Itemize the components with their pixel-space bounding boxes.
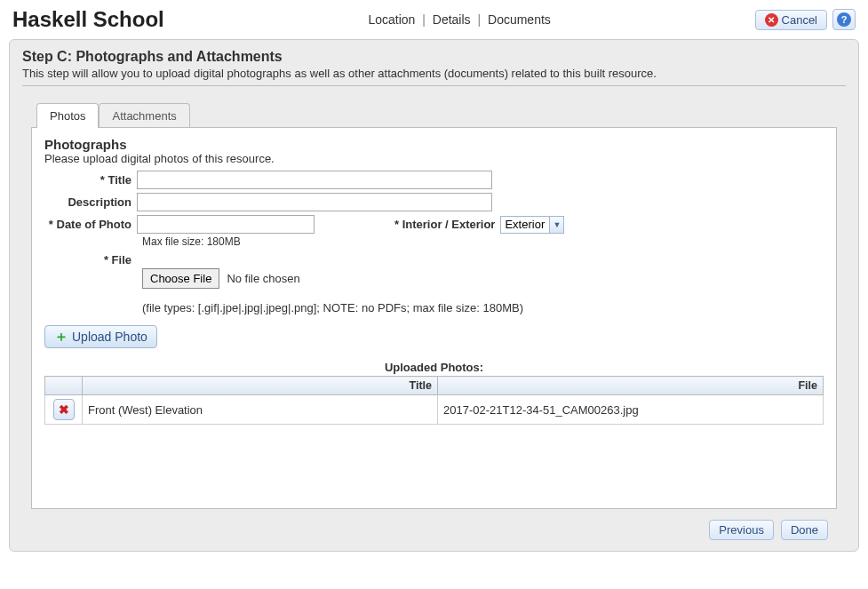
tab-body-photos: Photographs Please upload digital photos… <box>31 127 837 509</box>
date-input[interactable] <box>137 215 315 234</box>
label-date: * Date of Photo <box>44 218 137 231</box>
main-panel: Step C: Photographs and Attachments This… <box>9 39 859 552</box>
help-icon: ? <box>837 12 851 27</box>
section-subheading: Please upload digital photos of this res… <box>44 152 824 165</box>
nav-documents[interactable]: Documents <box>488 12 551 27</box>
grid-title: Uploaded Photos: <box>44 361 824 374</box>
tab-attachments[interactable]: Attachments <box>99 103 189 128</box>
upload-photo-button[interactable]: ＋ Upload Photo <box>44 325 157 348</box>
section-heading: Photographs <box>44 137 824 152</box>
file-types-note: (file types: [.gif|.jpe|.jpg|.jpeg|.png]… <box>142 301 824 314</box>
title-input[interactable] <box>137 171 492 189</box>
tab-photos[interactable]: Photos <box>36 103 99 128</box>
previous-button[interactable]: Previous <box>709 520 774 540</box>
nav-separator: | <box>422 12 426 27</box>
cell-file: 2017-02-21T12-34-51_CAM00263.jpg <box>438 395 824 425</box>
interior-exterior-dropdown-button[interactable]: ▼ <box>550 216 564 234</box>
cell-title: Front (West) Elevation <box>83 395 438 425</box>
interior-exterior-select[interactable] <box>500 216 550 234</box>
col-file: File <box>438 377 824 395</box>
page-title: Haskell School <box>12 7 164 32</box>
upload-photo-label: Upload Photo <box>72 330 147 344</box>
nav-details[interactable]: Details <box>433 12 471 27</box>
file-chosen-status: No file chosen <box>227 272 299 285</box>
done-button[interactable]: Done <box>781 520 828 540</box>
divider <box>22 85 846 86</box>
table-row: ✖ Front (West) Elevation 2017-02-21T12-3… <box>45 395 824 425</box>
uploaded-photos-table: Title File ✖ Front (West) Elevation 2017… <box>44 376 824 425</box>
nav-location[interactable]: Location <box>368 12 415 27</box>
top-nav: Location | Details | Documents <box>164 12 755 27</box>
step-title: Step C: Photographs and Attachments <box>22 49 846 65</box>
max-file-hint: Max file size: 180MB <box>142 235 824 248</box>
choose-file-button[interactable]: Choose File <box>142 268 219 289</box>
delete-row-button[interactable]: ✖ <box>53 399 75 420</box>
description-input[interactable] <box>137 193 492 211</box>
delete-icon: ✖ <box>59 402 69 417</box>
cancel-button-label: Cancel <box>782 13 817 27</box>
label-description: Description <box>44 195 137 209</box>
cancel-icon: ✕ <box>765 13 778 27</box>
label-interior-exterior: * Interior / Exterior <box>394 218 495 231</box>
cancel-button[interactable]: ✕ Cancel <box>755 10 827 30</box>
col-title: Title <box>83 377 438 395</box>
label-file: * File <box>44 253 137 267</box>
help-button[interactable]: ? <box>832 9 856 30</box>
step-description: This step will allow you to upload digit… <box>22 67 846 80</box>
label-title: * Title <box>44 173 137 187</box>
col-actions <box>45 377 83 395</box>
nav-separator: | <box>477 12 481 27</box>
chevron-down-icon: ▼ <box>553 220 561 229</box>
